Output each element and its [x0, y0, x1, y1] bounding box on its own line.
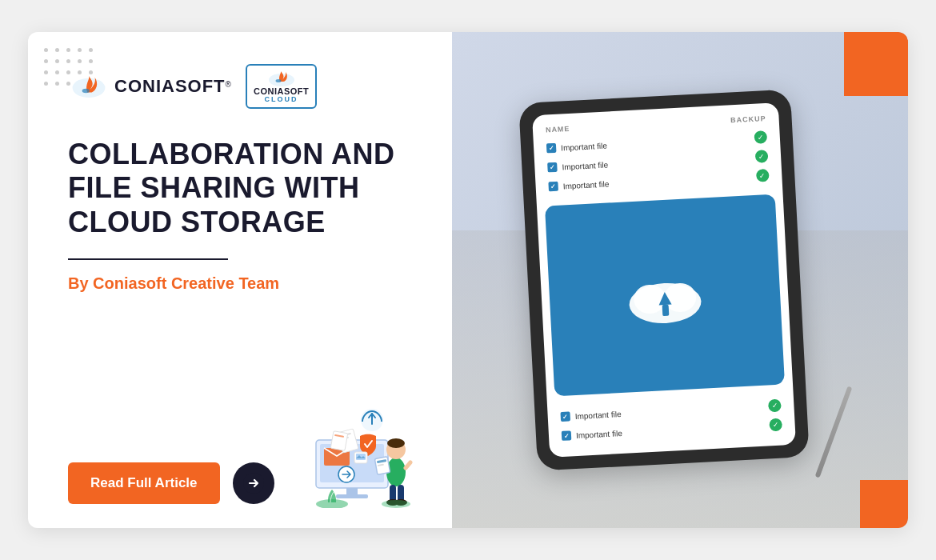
col-name: NAME — [546, 125, 570, 134]
file-label: Important file — [576, 429, 622, 440]
svg-line-25 — [406, 462, 410, 468]
file-label: Important file — [561, 141, 607, 152]
svg-rect-41 — [662, 305, 670, 316]
logo-area: CONIASOFT® CONIASOFT CLOUD — [68, 64, 420, 109]
coniasoft-logo: CONIASOFT® — [68, 71, 231, 102]
author-label: By Coniasoft Creative Team — [68, 274, 420, 293]
tablet-table-top: NAME BACKUP Important file ✓ Important f… — [532, 102, 783, 206]
cloud-upload-svg — [619, 261, 710, 330]
svg-point-37 — [382, 500, 410, 508]
right-panel: NAME BACKUP Important file ✓ Important f… — [452, 32, 908, 528]
svg-rect-17 — [330, 431, 348, 451]
check-icon: ✓ — [768, 399, 782, 413]
check-icon: ✓ — [769, 418, 782, 432]
corner-accent-bottom-right — [860, 480, 908, 528]
check-icon: ✓ — [755, 150, 769, 163]
cloud-logo-icon — [267, 69, 296, 86]
illustration — [292, 392, 420, 504]
tablet-table-bottom: Important file ✓ Important file ✓ — [547, 392, 796, 458]
check-icon: ✓ — [756, 169, 770, 182]
col-backup: BACKUP — [730, 114, 766, 124]
read-full-article-button[interactable]: Read Full Article — [68, 462, 220, 504]
cta-area: Read Full Article — [68, 462, 274, 504]
file-label: Important file — [574, 410, 621, 421]
svg-point-3 — [82, 89, 90, 94]
table-header: NAME BACKUP — [544, 114, 768, 134]
file-label: Important file — [562, 160, 608, 171]
corner-accent-top-right — [844, 32, 908, 96]
check-icon: ✓ — [754, 130, 767, 144]
bottom-area: Read Full Article — [68, 392, 420, 504]
table-row: Important file ✓ — [560, 418, 784, 442]
svg-point-23 — [387, 438, 405, 448]
tablet-mockup: NAME BACKUP Important file ✓ Important f… — [518, 89, 810, 470]
article-title: COLLABORATION AND FILE SHARING WITH CLOU… — [68, 138, 420, 239]
arrow-button[interactable] — [233, 462, 274, 504]
tablet-screen: NAME BACKUP Important file ✓ Important f… — [532, 102, 796, 458]
article-card: CONIASOFT® CONIASOFT CLOUD COLLABORA — [28, 32, 908, 528]
coniasoft-logo-icon — [68, 71, 110, 102]
svg-rect-12 — [336, 494, 368, 498]
left-panel: CONIASOFT® CONIASOFT CLOUD COLLABORA — [28, 32, 452, 528]
title-divider — [68, 258, 228, 260]
stylus — [831, 384, 836, 480]
file-label: Important file — [562, 179, 609, 190]
coniasoft-cloud-logo: CONIASOFT CLOUD — [246, 64, 317, 109]
cloud-upload-area — [545, 194, 785, 397]
svg-point-7 — [275, 79, 281, 82]
table-row: Important file ✓ — [546, 169, 770, 194]
arrow-right-icon — [243, 473, 264, 494]
coniasoft-logo-text: CONIASOFT® — [114, 76, 231, 97]
illustration-svg — [292, 392, 428, 508]
